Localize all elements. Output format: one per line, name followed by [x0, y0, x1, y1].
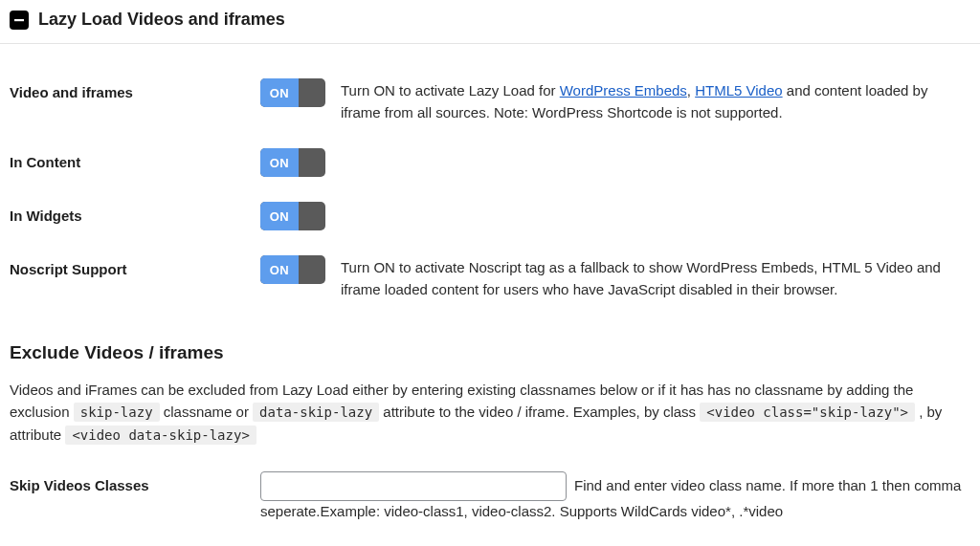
- code-video-attr: <video data-skip-lazy>: [65, 426, 256, 445]
- skip-classes-desc-line2: seperate.Example: video-class1, video-cl…: [260, 501, 970, 523]
- desc-text: attribute to the video / iframe. Example…: [383, 404, 700, 420]
- settings-body: Video and iframes ON Turn ON to activate…: [0, 44, 980, 541]
- label-in-widgets: In Widgets: [10, 202, 260, 224]
- toggle-in-content[interactable]: ON: [260, 148, 325, 177]
- code-video-class: <video class="skip-lazy">: [700, 403, 915, 422]
- toggle-in-widgets[interactable]: ON: [260, 202, 325, 230]
- toggle-off-side: [299, 202, 325, 230]
- exclude-title: Exclude Videos / iframes: [10, 342, 970, 363]
- label-video-iframes: Video and iframes: [10, 78, 260, 100]
- toggle-video-iframes[interactable]: ON: [260, 78, 325, 107]
- toggle-on-label: ON: [260, 202, 299, 230]
- row-video-iframes: Video and iframes ON Turn ON to activate…: [10, 54, 970, 123]
- toggle-on-label: ON: [260, 255, 299, 284]
- panel-title: Lazy Load Videos and iframes: [38, 10, 285, 30]
- panel-header: Lazy Load Videos and iframes: [0, 0, 980, 44]
- desc-text: Turn ON to activate Lazy Load for: [341, 82, 560, 98]
- toggle-off-side: [299, 78, 325, 107]
- label-noscript: Noscript Support: [10, 255, 260, 277]
- desc-noscript: Turn ON to activate Noscript tag as a fa…: [341, 255, 970, 300]
- desc-video-iframes: Turn ON to activate Lazy Load for WordPr…: [341, 78, 970, 123]
- collapse-icon[interactable]: [10, 11, 29, 30]
- exclude-desc: Videos and iFrames can be excluded from …: [10, 379, 970, 447]
- row-in-content: In Content ON: [10, 123, 970, 177]
- skip-videos-classes-input[interactable]: [260, 471, 567, 501]
- toggle-on-label: ON: [260, 78, 299, 107]
- link-wordpress-embeds[interactable]: WordPress Embeds: [560, 82, 687, 98]
- toggle-off-side: [299, 148, 325, 177]
- code-data-skip-lazy: data-skip-lazy: [253, 403, 379, 422]
- row-noscript: Noscript Support ON Turn ON to activate …: [10, 230, 970, 300]
- toggle-on-label: ON: [260, 148, 299, 177]
- label-skip-classes: Skip Videos Classes: [10, 471, 260, 493]
- link-html5-video[interactable]: HTML5 Video: [695, 82, 782, 98]
- toggle-noscript[interactable]: ON: [260, 255, 325, 284]
- label-in-content: In Content: [10, 148, 260, 170]
- desc-text: classname or: [164, 404, 253, 420]
- code-skip-lazy: skip-lazy: [74, 403, 160, 422]
- svg-rect-0: [14, 19, 24, 21]
- desc-text: ,: [687, 82, 695, 98]
- row-in-widgets: In Widgets ON: [10, 177, 970, 230]
- toggle-off-side: [299, 255, 325, 284]
- skip-classes-desc-line1: Find and enter video class name. If more…: [574, 471, 961, 497]
- row-skip-classes: Skip Videos Classes Find and enter video…: [10, 447, 970, 523]
